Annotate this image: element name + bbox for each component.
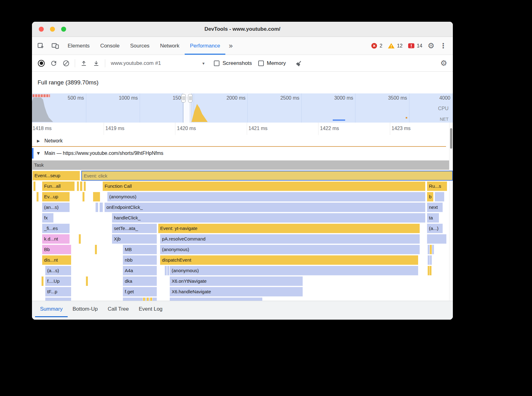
save-profile-button[interactable] xyxy=(90,57,102,70)
flame-bar[interactable]: Xjb xyxy=(112,234,157,244)
zoom-button[interactable] xyxy=(61,27,66,32)
flame-bar[interactable]: pA.resolveCommand xyxy=(160,234,420,244)
record-button[interactable] xyxy=(35,57,47,70)
flame-bar[interactable]: X6.onYtNavigate xyxy=(169,276,303,286)
flame-bar[interactable] xyxy=(82,192,85,202)
flame-bar[interactable]: handleClick_ xyxy=(112,213,426,223)
flame-bar[interactable] xyxy=(33,181,36,191)
collapse-triangle-icon[interactable]: ▶ xyxy=(37,139,44,143)
flame-bar[interactable] xyxy=(77,181,79,191)
flame-bar[interactable] xyxy=(427,234,447,244)
flame-bar[interactable]: Fun...all xyxy=(42,181,75,191)
flame-bar[interactable] xyxy=(150,297,152,301)
flame-bar[interactable]: nbb xyxy=(123,255,157,265)
flame-bar[interactable]: fx xyxy=(42,213,54,223)
flame-bar[interactable] xyxy=(169,297,263,301)
flame-bar[interactable] xyxy=(86,276,88,286)
flame-bar[interactable] xyxy=(429,266,432,276)
menu-dots-icon[interactable]: ⋮ xyxy=(437,42,450,50)
flame-bar[interactable] xyxy=(95,202,98,212)
flame-bar[interactable]: Event...seup xyxy=(32,171,80,181)
capture-settings-gear-icon[interactable]: ⚙ xyxy=(440,59,447,68)
flame-bar[interactable]: (a...) xyxy=(427,223,443,233)
flame-bar[interactable] xyxy=(95,245,97,254)
flame-bar[interactable] xyxy=(99,202,103,212)
flame-bar-selected[interactable]: Event: click xyxy=(81,171,453,181)
flame-bar[interactable] xyxy=(435,192,444,202)
flame-bar[interactable]: MB xyxy=(123,245,157,254)
screenshots-checkbox[interactable] xyxy=(214,61,219,66)
bottom-tab-bottom-up[interactable]: Bottom-Up xyxy=(68,301,103,317)
flame-bar[interactable]: onEndpointClick_ xyxy=(104,202,426,212)
issues-icon[interactable] xyxy=(408,43,415,49)
flame-bar[interactable]: (anonymous) xyxy=(169,266,418,276)
flame-bar[interactable]: (anonymous) xyxy=(107,192,426,202)
flame-bar[interactable] xyxy=(41,276,44,286)
more-tabs-button[interactable]: » xyxy=(225,37,236,55)
flame-bar[interactable] xyxy=(80,181,83,191)
flame-bar[interactable]: (anonymous) xyxy=(160,245,420,254)
vertical-scrollbar[interactable] xyxy=(449,123,453,301)
flame-bar[interactable]: (a...s) xyxy=(45,266,71,276)
track-main[interactable]: ▼ Main — https://www.youtube.com/shorts/… xyxy=(32,147,449,160)
flame-bar[interactable] xyxy=(165,266,167,276)
overview-handle-right[interactable] xyxy=(188,94,192,102)
flame-bar[interactable] xyxy=(167,266,169,276)
flame-bar[interactable]: Task xyxy=(32,160,449,170)
flame-bar[interactable]: dispatchEvent xyxy=(160,255,418,265)
flame-bar[interactable]: A4a xyxy=(123,266,157,276)
flame-chart[interactable]: TaskEvent...seupEvent: clickFun...allFun… xyxy=(32,160,453,301)
flame-bar[interactable] xyxy=(143,297,145,301)
timeline-overview[interactable]: 500 ms1000 ms1500 ms2000 ms2500 ms3000 m… xyxy=(32,93,453,123)
flame-bar[interactable] xyxy=(79,234,81,244)
flame-bar[interactable]: ta xyxy=(427,213,439,223)
tab-performance[interactable]: Performance xyxy=(185,37,225,55)
reload-and-record-button[interactable] xyxy=(47,57,60,70)
flame-bar[interactable]: Ev...up xyxy=(42,192,70,202)
flame-bar[interactable]: Bb xyxy=(42,245,71,254)
expand-triangle-icon[interactable]: ▼ xyxy=(37,151,44,155)
overview-handle-left[interactable] xyxy=(181,94,186,102)
flame-bar[interactable]: b xyxy=(427,192,434,202)
tab-sources[interactable]: Sources xyxy=(125,37,155,55)
flame-bar[interactable]: tF...p xyxy=(45,287,71,297)
memory-checkbox[interactable] xyxy=(258,61,264,66)
flame-bar[interactable]: (an...s) xyxy=(42,202,70,212)
tab-elements[interactable]: Elements xyxy=(62,37,95,55)
bottom-tab-event-log[interactable]: Event Log xyxy=(134,301,168,317)
device-toolbar-button[interactable] xyxy=(48,37,62,55)
flame-bar[interactable]: Ru...s xyxy=(427,181,447,191)
bottom-tab-summary[interactable]: Summary xyxy=(35,301,68,317)
load-profile-button[interactable] xyxy=(78,57,90,70)
screenshots-toggle[interactable]: Screenshots xyxy=(214,60,252,66)
flame-bar[interactable]: f....Up xyxy=(45,276,71,286)
flame-bar[interactable]: dis...nt xyxy=(42,255,71,265)
memory-toggle[interactable]: Memory xyxy=(258,60,286,66)
flame-bar[interactable] xyxy=(36,192,39,202)
flame-bar[interactable]: Function Call xyxy=(102,181,426,191)
tab-console[interactable]: Console xyxy=(95,37,125,55)
flame-bar[interactable]: _fi...es xyxy=(42,223,70,233)
collect-garbage-button[interactable] xyxy=(293,57,305,70)
tab-network[interactable]: Network xyxy=(155,37,185,55)
error-icon[interactable] xyxy=(371,43,377,49)
flame-bar[interactable]: setTe...ata_ xyxy=(112,223,157,233)
minimize-button[interactable] xyxy=(50,27,55,32)
flame-bar[interactable] xyxy=(432,245,434,254)
flame-bar[interactable] xyxy=(147,297,149,301)
clear-button[interactable] xyxy=(60,57,72,70)
flame-bar[interactable] xyxy=(83,181,86,191)
flame-bar[interactable]: Event: yt-navigate xyxy=(158,223,420,233)
flame-bar[interactable] xyxy=(430,255,432,265)
flame-bar[interactable]: f.get xyxy=(123,287,157,297)
flame-bar[interactable] xyxy=(93,192,100,202)
flame-bar[interactable]: k.d...nt xyxy=(42,234,70,244)
inspect-element-button[interactable] xyxy=(34,37,48,55)
flame-bar[interactable] xyxy=(45,297,71,301)
settings-gear-icon[interactable]: ⚙ xyxy=(428,41,435,50)
track-network[interactable]: ▶ Network xyxy=(32,135,449,147)
flame-bar[interactable]: dka xyxy=(123,276,157,286)
scrollbar-thumb[interactable] xyxy=(450,128,452,149)
profile-history-select[interactable]: www.youtube.com #1 ▾ xyxy=(108,60,208,66)
bottom-tab-call-tree[interactable]: Call Tree xyxy=(103,301,134,317)
